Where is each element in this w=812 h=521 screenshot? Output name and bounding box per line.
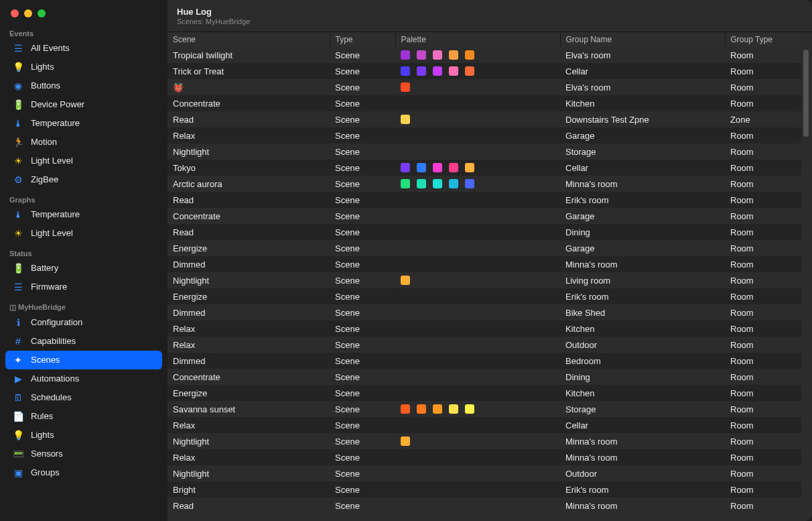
table-row[interactable]: EnergizeSceneGarageRoom	[167, 240, 801, 256]
cell-scene: Nightlight	[167, 465, 330, 481]
cell-palette	[395, 256, 560, 272]
sidebar-item-label: Temperature	[31, 209, 80, 221]
palette-swatch	[449, 179, 458, 188]
column-header[interactable]: Type	[330, 32, 395, 47]
cell-group-type: Room	[725, 256, 801, 272]
sidebar-item-sensors[interactable]: 📟Sensors	[5, 445, 162, 463]
sidebar-item-battery[interactable]: 🔋Battery	[5, 259, 162, 278]
column-header[interactable]: Palette	[395, 32, 560, 47]
sidebar-item-lights[interactable]: 💡Lights	[5, 58, 162, 76]
sidebar-item-g-temperature[interactable]: 🌡Temperature	[5, 205, 162, 224]
cell-group-type: Room	[725, 433, 801, 449]
cell-group: Minna's room	[560, 449, 725, 465]
palette-swatch	[449, 66, 458, 76]
table-row[interactable]: EnergizeSceneErik's roomRoom	[167, 288, 801, 304]
column-header[interactable]: Scene	[167, 32, 330, 47]
title-bar: Hue Log Scenes: MyHueBridge	[167, 0, 812, 32]
column-header[interactable]: Group Name	[560, 32, 725, 47]
table-row[interactable]: TokyoSceneCellarRoom	[167, 160, 801, 176]
schedules-icon: 🗓	[12, 392, 24, 404]
sidebar-item-b-lights[interactable]: 💡Lights	[5, 426, 162, 445]
close-icon[interactable]	[11, 9, 19, 17]
cell-scene: Read	[167, 224, 330, 240]
table-row[interactable]: NightlightSceneOutdoorRoom	[167, 465, 801, 481]
sidebar-item-light-level[interactable]: ☀︎Light Level	[5, 152, 162, 170]
cell-type: Scene	[330, 192, 395, 208]
table-row[interactable]: RelaxSceneOutdoorRoom	[167, 337, 801, 353]
cell-palette	[395, 465, 560, 481]
table-row[interactable]: Arctic auroraSceneMinna's roomRoom	[167, 176, 801, 192]
scrollbar-thumb[interactable]	[803, 50, 809, 137]
table-row[interactable]: BrightSceneErik's roomRoom	[167, 481, 801, 498]
cell-group-type: Room	[725, 353, 801, 369]
cell-scene: 👹	[167, 79, 330, 95]
table-row[interactable]: Trick or TreatSceneCellarRoom	[167, 63, 801, 79]
table-row[interactable]: EnergizeSceneKitchenRoom	[167, 385, 801, 401]
table-row[interactable]: ConcentrateSceneGarageRoom	[167, 208, 801, 224]
sidebar-item-zigbee[interactable]: ⚙︎ZigBee	[5, 170, 162, 189]
sidebar-item-capabilities[interactable]: #Capabilities	[5, 332, 162, 351]
table-row[interactable]: ReadSceneDiningRoom	[167, 224, 801, 240]
b-lights-icon: 💡	[12, 429, 24, 441]
table-row[interactable]: ConcentrateSceneDiningRoom	[167, 369, 801, 385]
table-row[interactable]: NightlightSceneLiving roomRoom	[167, 272, 801, 288]
sidebar-item-firmware[interactable]: ☰Firmware	[5, 278, 162, 296]
cell-palette	[395, 240, 560, 256]
cell-group-type: Room	[725, 272, 801, 288]
table-row[interactable]: ConcentrateSceneKitchenRoom	[167, 95, 801, 111]
palette-swatch	[433, 66, 442, 76]
scenes-table: SceneTypePaletteGroup NameGroup Type Tro…	[167, 32, 801, 514]
cell-palette	[395, 127, 560, 143]
palette-swatch	[417, 50, 426, 60]
table-row[interactable]: NightlightSceneStorageRoom	[167, 143, 801, 160]
sidebar-item-motion[interactable]: 🏃Motion	[5, 133, 162, 152]
configuration-icon: ℹ︎	[12, 316, 24, 329]
cell-group: Storage	[560, 143, 725, 160]
cell-group: Erik's room	[560, 288, 725, 304]
sidebar-item-groups[interactable]: ▣Groups	[5, 463, 162, 482]
sidebar-item-schedules[interactable]: 🗓Schedules	[5, 388, 162, 407]
minimize-icon[interactable]	[24, 9, 32, 17]
sidebar-item-g-light-level[interactable]: ☀︎Light Level	[5, 224, 162, 243]
cell-palette	[395, 111, 560, 127]
cell-palette	[395, 385, 560, 401]
table-row[interactable]: ReadSceneMinna's roomRoom	[167, 498, 801, 514]
sidebar-item-scenes[interactable]: ✦Scenes	[5, 351, 162, 369]
table-row[interactable]: NightlightSceneMinna's roomRoom	[167, 433, 801, 449]
zoom-icon[interactable]	[38, 9, 46, 17]
sidebar-item-automations[interactable]: ▶︎Automations	[5, 369, 162, 388]
table-row[interactable]: RelaxSceneCellarRoom	[167, 417, 801, 433]
cell-palette	[395, 369, 560, 385]
table-row[interactable]: RelaxSceneMinna's roomRoom	[167, 449, 801, 465]
table-row[interactable]: ReadSceneDownstairs Test ZpneZone	[167, 111, 801, 127]
column-header[interactable]: Group Type	[725, 32, 801, 47]
table-row[interactable]: Tropical twilightSceneElva's roomRoom	[167, 47, 801, 63]
sidebar-item-all-events[interactable]: ☰All Events	[5, 39, 162, 58]
cell-palette	[395, 288, 560, 304]
cell-group-type: Room	[725, 95, 801, 111]
scrollbar-vertical[interactable]	[801, 50, 811, 520]
palette-swatch	[401, 404, 410, 414]
cell-scene: Relax	[167, 127, 330, 143]
cell-group: Minna's room	[560, 256, 725, 272]
sidebar-item-temperature[interactable]: 🌡Temperature	[5, 114, 162, 133]
cell-scene: Energize	[167, 288, 330, 304]
sidebar-item-device-power[interactable]: 🔋Device Power	[5, 95, 162, 114]
window-controls	[0, 0, 167, 23]
cell-palette	[395, 433, 560, 449]
palette-swatch	[465, 179, 474, 188]
table-row[interactable]: RelaxSceneGarageRoom	[167, 127, 801, 143]
nav-list: Events☰All Events💡Lights◉Buttons🔋Device …	[0, 23, 167, 482]
temperature-icon: 🌡	[12, 117, 24, 129]
table-row[interactable]: DimmedSceneBedroomRoom	[167, 353, 801, 369]
sidebar-item-rules[interactable]: 📄Rules	[5, 407, 162, 426]
cell-group: Erik's room	[560, 481, 725, 498]
sidebar-item-configuration[interactable]: ℹ︎Configuration	[5, 313, 162, 332]
table-row[interactable]: DimmedSceneBike ShedRoom	[167, 304, 801, 321]
table-row[interactable]: RelaxSceneKitchenRoom	[167, 321, 801, 337]
table-row[interactable]: ReadSceneErik's roomRoom	[167, 192, 801, 208]
sidebar-item-buttons[interactable]: ◉Buttons	[5, 76, 162, 95]
table-row[interactable]: DimmedSceneMinna's roomRoom	[167, 256, 801, 272]
table-row[interactable]: Savanna sunsetSceneStorageRoom	[167, 401, 801, 417]
table-row[interactable]: 👹SceneElva's roomRoom	[167, 79, 801, 95]
